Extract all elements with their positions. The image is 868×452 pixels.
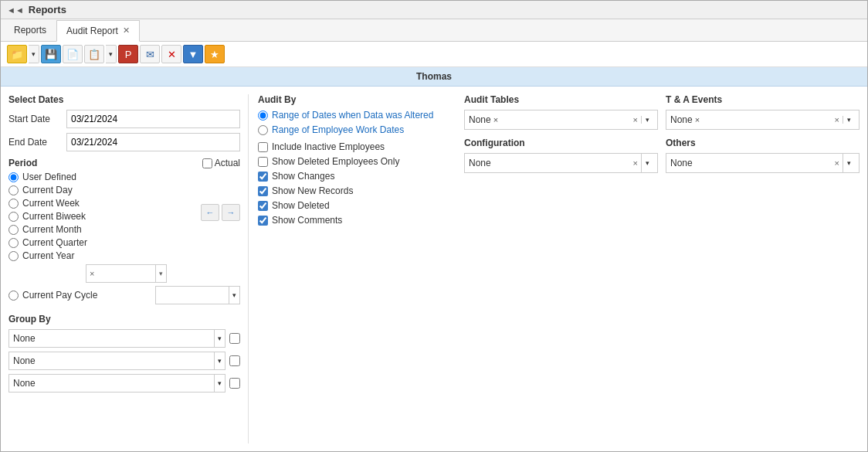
period-arrows: ← →: [201, 204, 240, 221]
close-button[interactable]: ✕: [161, 45, 181, 63]
audit-tables-clear[interactable]: ×: [630, 115, 641, 124]
star-button[interactable]: ★: [205, 45, 225, 63]
group-by-checkbox-1[interactable]: [229, 333, 240, 344]
show-deleted-row[interactable]: Show Deleted: [258, 200, 456, 211]
audit-tables-tag: None ×: [469, 114, 498, 125]
period-header: Period Actual: [8, 158, 240, 168]
audit-by-option-2[interactable]: Range of Employee Work Dates: [258, 124, 456, 135]
others-value: None: [670, 158, 693, 168]
show-comments-checkbox[interactable]: [258, 216, 268, 226]
configuration-chevron[interactable]: ▾: [641, 154, 653, 172]
right-top: Audit Tables None × × ▾ T & A Events: [464, 94, 860, 130]
pay-cycle-chevron[interactable]: ▾: [229, 287, 239, 304]
left-panel: Select Dates Start Date End Date Period …: [8, 94, 240, 444]
group-by-chevron-3[interactable]: ▾: [214, 375, 225, 392]
title-bar: ◄◄ Reports: [1, 1, 867, 19]
group-by-chevron-1[interactable]: ▾: [214, 330, 225, 347]
period-current-year-label: Current Year: [22, 250, 74, 261]
end-date-input[interactable]: [66, 133, 240, 151]
audit-by-radio-1[interactable]: [258, 110, 268, 121]
doc-button[interactable]: 📄: [63, 45, 83, 63]
period-dropdown-chevron[interactable]: ▾: [155, 265, 166, 282]
period-week-dropdown[interactable]: × ▾: [86, 264, 167, 283]
show-deleted-checkbox[interactable]: [258, 201, 268, 211]
back-icon[interactable]: ◄◄: [7, 5, 24, 15]
period-current-biweek-radio[interactable]: [8, 212, 19, 222]
period-next-arrow[interactable]: →: [222, 204, 240, 221]
period-current-day-radio[interactable]: [8, 185, 19, 195]
period-current-quarter-radio[interactable]: [8, 238, 19, 248]
email-button[interactable]: ✉: [140, 45, 160, 63]
ta-events-title: T & A Events: [666, 94, 860, 105]
include-inactive-row[interactable]: Include Inactive Employees: [258, 141, 456, 152]
start-date-input[interactable]: [66, 110, 240, 128]
ta-events-tag-remove[interactable]: ×: [695, 115, 700, 124]
audit-tables-chevron[interactable]: ▾: [641, 116, 653, 124]
period-current-day[interactable]: Current Day: [8, 185, 240, 195]
app-container: ◄◄ Reports Reports Audit Report ✕ 📁 ▾ 💾 …: [0, 0, 868, 452]
group-by-chevron-2[interactable]: ▾: [214, 352, 225, 369]
period-current-quarter[interactable]: Current Quarter: [8, 237, 240, 248]
ta-events-select[interactable]: None × × ▾: [666, 110, 860, 130]
ta-events-tag-value: None: [670, 114, 693, 125]
audit-tables-tag-remove[interactable]: ×: [493, 115, 498, 124]
period-current-quarter-label: Current Quarter: [22, 237, 87, 248]
group-by-row-1: None ▾: [8, 329, 240, 348]
ta-events-chevron[interactable]: ▾: [843, 116, 855, 124]
tab-close-icon[interactable]: ✕: [123, 25, 130, 36]
actual-checkbox[interactable]: [202, 158, 212, 168]
show-deleted-only-row[interactable]: Show Deleted Employees Only: [258, 156, 456, 167]
group-by-select-3[interactable]: None ▾: [8, 374, 225, 393]
actual-label[interactable]: Actual: [202, 158, 240, 168]
tab-audit-report[interactable]: Audit Report ✕: [56, 20, 140, 42]
pdf-button[interactable]: P: [118, 45, 138, 63]
period-current-year-radio[interactable]: [8, 251, 19, 261]
audit-by-option-1[interactable]: Range of Dates when Data was Altered: [258, 110, 456, 121]
period-dropdown-clear[interactable]: ×: [86, 269, 97, 278]
period-current-day-label: Current Day: [22, 185, 73, 195]
configuration-select[interactable]: None × ▾: [464, 153, 658, 173]
copy-button[interactable]: 📋: [84, 45, 104, 63]
period-user-defined-radio[interactable]: [8, 172, 19, 182]
others-title: Others: [666, 138, 860, 148]
period-user-defined-label: User Defined: [22, 172, 76, 182]
group-by-checkbox-2[interactable]: [229, 355, 240, 366]
copy-dropdown-arrow[interactable]: ▾: [106, 45, 117, 63]
save-button[interactable]: 💾: [41, 45, 61, 63]
audit-by-radio-2[interactable]: [258, 125, 268, 135]
show-changes-row[interactable]: Show Changes: [258, 171, 456, 182]
period-user-defined[interactable]: User Defined: [8, 172, 240, 182]
others-chevron[interactable]: ▾: [843, 154, 855, 172]
audit-tables-select[interactable]: None × × ▾: [464, 110, 658, 130]
period-prev-arrow[interactable]: ←: [201, 204, 219, 221]
configuration-clear[interactable]: ×: [630, 158, 641, 168]
period-current-month[interactable]: Current Month: [8, 224, 240, 235]
group-by-checkbox-3[interactable]: [229, 378, 240, 389]
period-current-pay-cycle[interactable]: Current Pay Cycle: [8, 290, 97, 301]
period-current-year[interactable]: Current Year: [8, 250, 240, 261]
group-by-select-2[interactable]: None ▾: [8, 352, 225, 370]
include-inactive-label: Include Inactive Employees: [272, 141, 385, 152]
show-new-records-row[interactable]: Show New Records: [258, 185, 456, 196]
others-clear[interactable]: ×: [832, 158, 843, 168]
filter-button[interactable]: ▼: [183, 45, 203, 63]
period-current-week-radio[interactable]: [8, 199, 19, 209]
ta-events-section: T & A Events None × × ▾: [666, 94, 860, 130]
show-comments-row[interactable]: Show Comments: [258, 215, 456, 226]
tab-reports[interactable]: Reports: [4, 19, 56, 41]
include-inactive-checkbox[interactable]: [258, 142, 268, 152]
show-changes-checkbox[interactable]: [258, 172, 268, 182]
period-options: User Defined Current Day Current Week Cu…: [8, 172, 240, 304]
pay-cycle-dropdown[interactable]: ▾: [155, 286, 240, 304]
show-deleted-only-checkbox[interactable]: [258, 157, 268, 167]
folder-button[interactable]: 📁: [7, 45, 27, 63]
others-select[interactable]: None × ▾: [666, 153, 860, 173]
audit-tables-tag-value: None: [469, 114, 491, 125]
period-current-month-radio[interactable]: [8, 225, 19, 235]
ta-events-clear[interactable]: ×: [832, 115, 843, 124]
thomas-name: Thomas: [416, 71, 452, 82]
period-pay-cycle-radio[interactable]: [8, 291, 19, 301]
group-by-select-1[interactable]: None ▾: [8, 329, 225, 348]
show-new-records-checkbox[interactable]: [258, 186, 268, 196]
folder-dropdown-arrow[interactable]: ▾: [29, 45, 39, 63]
